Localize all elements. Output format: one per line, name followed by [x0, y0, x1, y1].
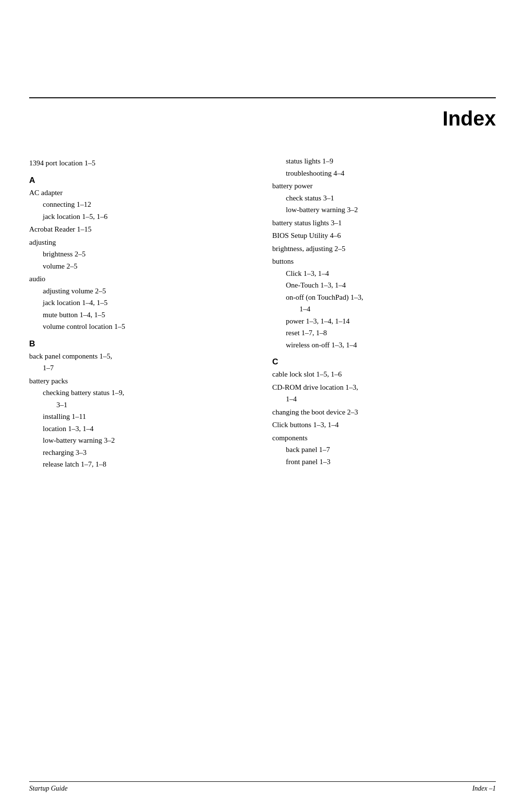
- list-item: 1–7: [29, 362, 253, 374]
- list-item: AC adapter: [29, 187, 253, 198]
- top-rule: [29, 97, 496, 98]
- list-item: installing 1–11: [29, 411, 253, 422]
- list-item: back panel 1–7: [272, 444, 496, 455]
- list-item: 1–4: [272, 394, 496, 405]
- list-item: check status 3–1: [272, 193, 496, 204]
- list-item: recharging 3–3: [29, 447, 253, 458]
- list-item: low-battery warning 3–2: [29, 435, 253, 446]
- footer-left-text: Startup Guide: [29, 785, 68, 793]
- list-item: adjusting: [29, 237, 253, 248]
- list-item: CD-ROM drive location 1–3,: [272, 382, 496, 393]
- list-item: volume 2–5: [29, 261, 253, 272]
- list-item: jack location 1–5, 1–6: [29, 211, 253, 222]
- footer: Startup Guide Index –1: [29, 781, 496, 793]
- list-item: battery status lights 3–1: [272, 217, 496, 229]
- list-item: components: [272, 433, 496, 444]
- list-item: battery power: [272, 180, 496, 192]
- page-title: Index: [442, 107, 496, 130]
- list-item: jack location 1–4, 1–5: [29, 297, 253, 308]
- list-item: release latch 1–7, 1–8: [29, 459, 253, 470]
- list-item: front panel 1–3: [272, 456, 496, 468]
- section-header-c: C: [272, 357, 496, 367]
- list-item: brightness 2–5: [29, 249, 253, 260]
- left-column: 1394 port location 1–5 A AC adapter conn…: [29, 156, 253, 471]
- list-item: 3–1: [29, 399, 253, 411]
- list-item: adjusting volume 2–5: [29, 286, 253, 297]
- list-item: connecting 1–12: [29, 199, 253, 210]
- two-column-layout: 1394 port location 1–5 A AC adapter conn…: [29, 156, 496, 471]
- list-item: One-Touch 1–3, 1–4: [272, 280, 496, 291]
- list-item: checking battery status 1–9,: [29, 387, 253, 398]
- list-item: mute button 1–4, 1–5: [29, 309, 253, 321]
- right-column: status lights 1–9 troubleshooting 4–4 ba…: [272, 156, 496, 468]
- list-item: battery packs: [29, 376, 253, 387]
- list-item: power 1–3, 1–4, 1–14: [272, 316, 496, 327]
- list-item: on-off (on TouchPad) 1–3,: [272, 292, 496, 303]
- list-item: location 1–3, 1–4: [29, 423, 253, 434]
- list-item: back panel components 1–5,: [29, 351, 253, 362]
- list-item: changing the boot device 2–3: [272, 407, 496, 418]
- list-item: volume control location 1–5: [29, 321, 253, 332]
- list-item: cable lock slot 1–5, 1–6: [272, 369, 496, 380]
- list-item: reset 1–7, 1–8: [272, 327, 496, 339]
- list-item: low-battery warning 3–2: [272, 204, 496, 216]
- content-area: 1394 port location 1–5 A AC adapter conn…: [29, 156, 496, 763]
- list-item: Click 1–3, 1–4: [272, 268, 496, 279]
- intro-entry: 1394 port location 1–5: [29, 158, 253, 169]
- list-item: 1–4: [272, 304, 496, 315]
- list-item: troubleshooting 4–4: [272, 168, 496, 179]
- list-item: brightness, adjusting 2–5: [272, 243, 496, 254]
- page-container: Index 1394 port location 1–5 A AC adapte…: [0, 0, 525, 812]
- list-item: buttons: [272, 256, 496, 267]
- section-header-b: B: [29, 339, 253, 349]
- list-item: Click buttons 1–3, 1–4: [272, 419, 496, 431]
- list-item: Acrobat Reader 1–15: [29, 224, 253, 235]
- list-item: status lights 1–9: [272, 156, 496, 167]
- list-item: wireless on-off 1–3, 1–4: [272, 340, 496, 351]
- list-item: audio: [29, 273, 253, 285]
- footer-right-text: Index –1: [472, 785, 496, 793]
- section-header-a: A: [29, 176, 253, 185]
- list-item: BIOS Setup Utility 4–6: [272, 230, 496, 241]
